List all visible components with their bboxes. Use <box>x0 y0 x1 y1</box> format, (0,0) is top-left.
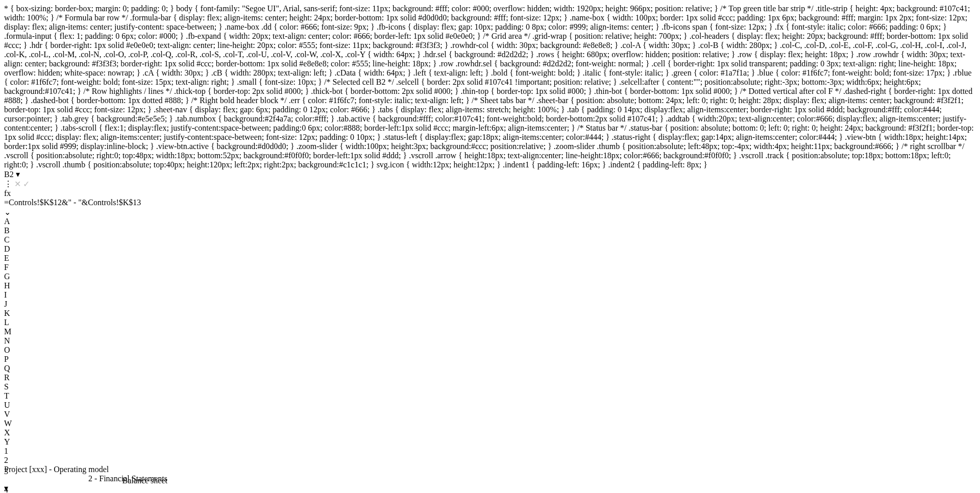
col-header[interactable]: Q <box>4 364 976 373</box>
name-box-dropdown-icon[interactable]: ▾ <box>16 170 20 179</box>
col-header[interactable]: R <box>4 373 976 382</box>
col-header[interactable]: H <box>4 281 976 290</box>
name-box-value: B2 <box>4 170 14 179</box>
col-header[interactable]: J <box>4 300 976 309</box>
col-header[interactable]: S <box>4 382 976 391</box>
col-header[interactable]: E <box>4 254 976 263</box>
col-header[interactable]: L <box>4 318 976 327</box>
col-header[interactable]: N <box>4 336 976 346</box>
col-header[interactable]: T <box>4 391 976 401</box>
col-header[interactable]: K <box>4 309 976 318</box>
col-header[interactable]: G <box>4 272 976 281</box>
col-header[interactable]: U <box>4 401 976 410</box>
formula-expand-icon[interactable]: ⌄ <box>4 207 976 217</box>
row-header[interactable]: 2 <box>4 456 976 465</box>
col-header[interactable]: F <box>4 263 976 272</box>
formula-bar-icons: ⋮ ✕ ✓ <box>4 179 976 189</box>
formula-bar: B2 ▾ ⋮ ✕ ✓ fx =Controls!$K$12&" - "&Cont… <box>4 169 976 217</box>
col-header[interactable]: I <box>4 290 976 300</box>
col-header[interactable]: B <box>4 226 976 235</box>
enter-icon[interactable]: ✓ <box>23 180 30 188</box>
col-header[interactable]: O <box>4 346 976 355</box>
fx-icon[interactable]: fx <box>4 189 11 198</box>
formula-input[interactable]: =Controls!$K$12&" - "&Controls!$K$13 <box>4 198 976 207</box>
spreadsheet-grid[interactable]: A B C D E F G H I J K L M N O P Q R S T … <box>4 217 976 493</box>
col-header[interactable]: X <box>4 428 976 437</box>
col-header[interactable]: D <box>4 244 976 254</box>
row-header[interactable]: 1 <box>4 447 976 456</box>
cancel-icon[interactable]: ✕ <box>14 180 21 188</box>
scroll-down-icon[interactable]: ▾ <box>4 483 976 493</box>
col-header[interactable]: M <box>4 327 976 336</box>
col-header[interactable]: A <box>4 217 976 226</box>
column-headers: A B C D E F G H I J K L M N O P Q R S T … <box>4 217 976 447</box>
col-header[interactable]: W <box>4 419 976 428</box>
col-header[interactable]: C <box>4 235 976 244</box>
fb-dropdown-icon[interactable]: ⋮ <box>4 180 12 188</box>
col-header[interactable]: Y <box>4 437 976 447</box>
col-header[interactable]: P <box>4 355 976 364</box>
name-box[interactable]: B2 ▾ <box>4 169 976 179</box>
col-header[interactable]: V <box>4 410 976 419</box>
